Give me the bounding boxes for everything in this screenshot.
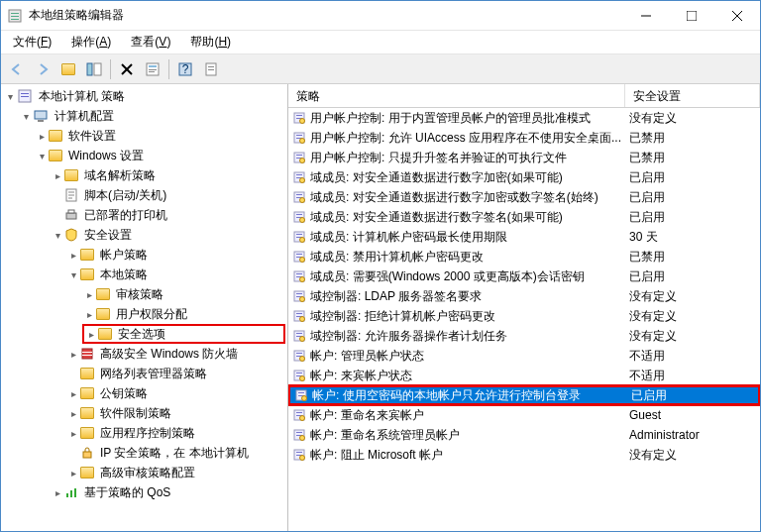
svg-rect-53 — [296, 194, 302, 195]
menu-action[interactable]: 操作(A) — [63, 32, 119, 53]
expander-icon[interactable]: ▾ — [51, 230, 64, 241]
policy-row[interactable]: 域成员: 对安全通道数据进行数字加密或数字签名(始终)已启用 — [288, 187, 760, 207]
refresh-button[interactable] — [199, 57, 223, 81]
tree-ipsec[interactable]: IP 安全策略，在 本地计算机 — [66, 443, 285, 463]
tree-scripts[interactable]: 脚本(启动/关机) — [51, 185, 285, 205]
tree-public-key[interactable]: ▸公钥策略 — [66, 383, 285, 403]
tree-qos[interactable]: ▸基于策略的 QoS — [51, 482, 285, 502]
svg-point-43 — [300, 139, 305, 144]
expander-icon[interactable]: ▸ — [66, 349, 80, 360]
policy-name: 域成员: 对安全通道数据进行数字加密(如果可能) — [310, 169, 563, 186]
policy-icon — [292, 269, 306, 283]
tree-printers[interactable]: 已部署的打印机 — [51, 205, 285, 225]
forward-button[interactable] — [31, 57, 54, 81]
tree-firewall[interactable]: ▸高级安全 Windows 防火墙 — [66, 344, 285, 364]
expander-icon[interactable]: ▾ — [66, 269, 80, 280]
properties-button[interactable] — [141, 57, 164, 81]
policy-row[interactable]: 帐户: 使用空密码的本地帐户只允许进行控制台登录已启用 — [288, 385, 760, 405]
tree-audit-policy[interactable]: ▸审核策略 — [82, 284, 285, 304]
minimize-button[interactable] — [623, 1, 669, 30]
expander-icon[interactable]: ▸ — [66, 388, 80, 399]
expander-icon[interactable]: ▸ — [66, 250, 80, 261]
policy-row[interactable]: 域控制器: 允许服务器操作者计划任务没有定义 — [288, 326, 760, 346]
policy-name: 帐户: 管理员帐户状态 — [310, 348, 424, 365]
column-policy[interactable]: 策略 — [288, 84, 625, 107]
policy-row[interactable]: 域成员: 计算机帐户密码最长使用期限30 天 — [288, 227, 760, 247]
tree-root[interactable]: ▾ 本地计算机 策略 — [3, 86, 285, 106]
policy-row[interactable]: 域成员: 禁用计算机帐户密码更改已禁用 — [288, 247, 760, 266]
svg-point-91 — [300, 376, 305, 381]
expander-icon[interactable]: ▸ — [66, 408, 80, 419]
policy-row[interactable]: 用户帐户控制: 用于内置管理员帐户的管理员批准模式没有定义 — [288, 108, 760, 128]
help-button[interactable]: ? — [173, 57, 197, 81]
svg-rect-25 — [38, 120, 44, 122]
policy-name: 帐户: 重命名系统管理员帐户 — [310, 427, 460, 444]
close-button[interactable] — [714, 1, 760, 30]
tree-dns-policy[interactable]: ▸域名解析策略 — [51, 165, 285, 185]
svg-rect-73 — [296, 293, 302, 294]
expander-icon[interactable]: ▸ — [51, 170, 64, 181]
policy-row[interactable]: 域控制器: LDAP 服务器签名要求没有定义 — [288, 286, 760, 306]
tree-software-restriction[interactable]: ▸软件限制策略 — [66, 403, 285, 423]
tree-security-options[interactable]: ▸安全选项 — [82, 324, 285, 344]
list-body[interactable]: 用户帐户控制: 用于内置管理员帐户的管理员批准模式没有定义用户帐户控制: 允许 … — [288, 108, 760, 531]
policy-row[interactable]: 帐户: 管理员帐户状态不适用 — [288, 346, 760, 366]
menu-help[interactable]: 帮助(H) — [182, 32, 239, 53]
svg-point-47 — [300, 159, 305, 163]
up-button[interactable] — [56, 57, 80, 81]
tree-software-settings[interactable]: ▸软件设置 — [35, 126, 285, 146]
tree-network-list[interactable]: 网络列表管理器策略 — [66, 364, 285, 383]
expander-icon[interactable]: ▸ — [66, 428, 80, 439]
svg-rect-14 — [149, 69, 157, 70]
expander-icon[interactable]: ▸ — [51, 487, 64, 498]
policy-row[interactable]: 用户帐户控制: 只提升升签名并验证的可执行文件已禁用 — [288, 148, 760, 167]
policy-row[interactable]: 域成员: 需要强(Windows 2000 或更高版本)会话密钥已启用 — [288, 266, 760, 286]
tree-local-policies[interactable]: ▾本地策略 — [66, 265, 285, 284]
expander-icon[interactable]: ▾ — [35, 151, 49, 161]
expander-icon[interactable]: ▾ — [19, 111, 33, 122]
policy-row[interactable]: 帐户: 阻止 Microsoft 帐户没有定义 — [288, 445, 760, 465]
tree-computer-config[interactable]: ▾ 计算机配置 — [19, 106, 285, 126]
expander-icon[interactable]: ▸ — [35, 131, 49, 142]
policy-row[interactable]: 帐户: 重命名来宾帐户Guest — [288, 405, 760, 425]
svg-rect-33 — [66, 493, 68, 497]
policy-row[interactable]: 帐户: 重命名系统管理员帐户Administrator — [288, 425, 760, 445]
policy-row[interactable]: 域成员: 对安全通道数据进行数字加密(如果可能)已启用 — [288, 167, 760, 187]
column-setting[interactable]: 安全设置 — [625, 84, 760, 107]
policy-row[interactable]: 用户帐户控制: 允许 UIAccess 应用程序在不使用安全桌面...已禁用 — [288, 128, 760, 148]
menu-view[interactable]: 查看(V) — [123, 32, 178, 53]
svg-rect-19 — [208, 66, 214, 67]
expander-icon[interactable]: ▸ — [82, 309, 96, 320]
menu-file[interactable]: 文件(F) — [5, 32, 59, 53]
expander-icon[interactable]: ▸ — [82, 289, 96, 300]
expander-icon[interactable]: ▸ — [66, 468, 80, 479]
tree-app-control[interactable]: ▸应用程序控制策略 — [66, 423, 285, 443]
expander-icon[interactable]: ▸ — [84, 329, 98, 340]
back-button[interactable] — [5, 57, 29, 81]
folder-icon — [96, 308, 110, 320]
svg-rect-13 — [149, 65, 157, 67]
policy-setting: 没有定义 — [625, 328, 756, 345]
maximize-button[interactable] — [669, 1, 714, 30]
tree-advanced-audit[interactable]: ▸高级审核策略配置 — [66, 463, 285, 482]
tree-pane[interactable]: ▾ 本地计算机 策略 ▾ 计算机配置 ▸软件设置 ▾Windows 设置 ▸域名… — [1, 84, 288, 531]
svg-point-83 — [300, 337, 305, 342]
policy-row[interactable]: 域控制器: 拒绝计算机帐户密码更改没有定义 — [288, 306, 760, 326]
tree-windows-settings[interactable]: ▾Windows 设置 — [35, 146, 285, 165]
tree-security-settings[interactable]: ▾安全设置 — [51, 225, 285, 245]
delete-button[interactable] — [115, 57, 139, 81]
window-title: 本地组策略编辑器 — [29, 7, 623, 24]
policy-icon — [292, 428, 306, 442]
svg-rect-8 — [87, 63, 92, 75]
policy-row[interactable]: 帐户: 来宾帐户状态不适用 — [288, 366, 760, 385]
policy-icon — [292, 210, 306, 224]
computer-icon — [33, 108, 49, 124]
expander-icon[interactable]: ▾ — [3, 91, 17, 102]
folder-icon — [80, 268, 94, 280]
show-hide-tree-button[interactable] — [82, 57, 106, 81]
svg-point-55 — [300, 198, 305, 203]
policy-row[interactable]: 域成员: 对安全通道数据进行数字签名(如果可能)已启用 — [288, 207, 760, 227]
tree-account-policies[interactable]: ▸帐户策略 — [66, 245, 285, 265]
policy-setting: Administrator — [625, 428, 756, 442]
tree-user-rights[interactable]: ▸用户权限分配 — [82, 304, 285, 324]
